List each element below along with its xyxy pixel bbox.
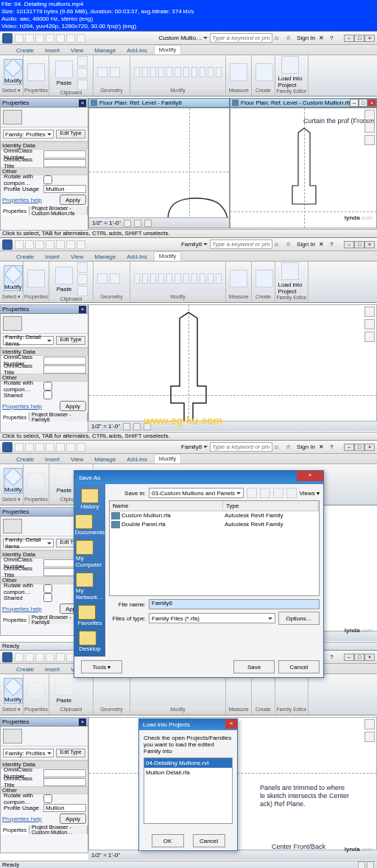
qat-btn[interactable] — [15, 34, 24, 43]
qat-btn[interactable] — [66, 240, 75, 249]
minimize-button[interactable]: – — [344, 444, 354, 451]
geom-cut-button[interactable] — [97, 67, 108, 77]
trim-button[interactable] — [175, 273, 180, 284]
edit-type-button[interactable]: Edit Type — [56, 130, 85, 139]
bottom-tab-properties[interactable]: Properties — [1, 206, 29, 215]
apply-button[interactable]: Apply — [60, 813, 86, 824]
copy-button[interactable] — [77, 68, 88, 78]
offset-button[interactable] — [150, 273, 156, 284]
move-button[interactable] — [142, 67, 148, 77]
navwheel-icon[interactable] — [364, 307, 375, 317]
tab-addins[interactable]: Add-Ins — [122, 253, 152, 261]
infocenter-icon[interactable]: ⌂ — [275, 241, 282, 248]
tab-addins[interactable]: Add-Ins — [122, 455, 152, 463]
sign-in-link[interactable]: Sign In — [297, 35, 315, 41]
status-widget[interactable] — [358, 861, 365, 868]
view-maximize-button[interactable]: □ — [359, 99, 367, 107]
help-icon[interactable]: ? — [330, 241, 337, 248]
folder-icon[interactable] — [81, 489, 99, 503]
canvas-main[interactable] — [88, 304, 377, 422]
filetype-dropdown[interactable]: Family Files (*.rfa) — [149, 613, 275, 623]
maximize-button[interactable]: □ — [354, 444, 364, 451]
pan-icon[interactable] — [364, 332, 375, 342]
qat-btn[interactable] — [35, 34, 44, 43]
tab-manage[interactable]: Manage — [90, 455, 120, 463]
tools-button[interactable]: Tools ▾ — [81, 660, 122, 673]
create-button[interactable] — [256, 63, 273, 81]
match-button[interactable] — [77, 286, 88, 296]
edit-type-button[interactable]: Edit Type — [56, 749, 85, 757]
shared-checkbox[interactable] — [43, 593, 52, 602]
properties-help-link[interactable]: Properties help — [2, 403, 42, 410]
geom-cut-button[interactable] — [97, 273, 108, 284]
qat-btn[interactable] — [77, 240, 85, 249]
qat-btn[interactable] — [46, 653, 54, 662]
mirror-button[interactable] — [158, 273, 164, 284]
options-button[interactable]: Options… — [278, 612, 320, 625]
savein-dropdown[interactable]: 03-Custom Mullions and Panels — [149, 488, 244, 498]
tab-manage[interactable]: Manage — [90, 46, 120, 55]
qat-btn[interactable] — [25, 34, 34, 43]
rotate-with-checkbox[interactable] — [43, 175, 52, 184]
search-input[interactable] — [210, 442, 272, 452]
omniclass-number-field[interactable] — [43, 769, 86, 777]
search-input[interactable] — [210, 239, 272, 249]
navwheel-icon[interactable] — [364, 110, 375, 120]
paste-button[interactable]: Paste — [53, 678, 75, 704]
pin-button[interactable] — [208, 67, 214, 77]
rotate-button[interactable] — [166, 273, 172, 284]
tab-view[interactable]: View — [66, 253, 88, 261]
pan-icon[interactable] — [364, 135, 375, 145]
star-icon[interactable]: ☆ — [286, 35, 293, 42]
type-selector[interactable]: Family: Profiles — [3, 130, 54, 139]
rotate-button[interactable] — [166, 67, 172, 77]
properties-help-link[interactable]: Properties help — [2, 606, 42, 612]
qat-btn[interactable] — [56, 240, 65, 249]
zoom-icon[interactable] — [364, 319, 375, 329]
maximize-button[interactable]: □ — [354, 241, 364, 248]
delete-button[interactable] — [273, 488, 283, 498]
modify-button[interactable]: Modify — [4, 678, 23, 704]
list-item[interactable]: Mullion Detail.rfa — [144, 768, 232, 777]
minimize-button[interactable]: – — [344, 241, 354, 248]
rotate-with-checkbox[interactable] — [43, 794, 52, 803]
qat-btn[interactable] — [35, 240, 44, 249]
folder-icon[interactable] — [76, 573, 94, 587]
qat-btn[interactable] — [35, 653, 44, 662]
tab-view[interactable]: View — [66, 455, 88, 463]
qat-btn[interactable] — [46, 443, 54, 452]
omniclass-number-field[interactable] — [43, 150, 86, 158]
infocenter-icon[interactable]: ⌂ — [275, 444, 282, 451]
help-icon[interactable]: ? — [330, 35, 337, 42]
array-button[interactable] — [191, 273, 197, 284]
tab-create[interactable]: Create — [12, 253, 38, 261]
list-item[interactable]: 04-Detailing Mullions.rvt — [144, 758, 232, 768]
app-menu-icon[interactable] — [2, 239, 13, 250]
load-into-project-button[interactable]: Load into Project — [279, 262, 301, 295]
rotate-with-checkbox[interactable] — [43, 382, 52, 391]
pin-button[interactable] — [208, 273, 214, 284]
apply-button[interactable]: Apply — [60, 195, 86, 205]
exchange-icon[interactable]: ✕ — [319, 35, 326, 42]
qat-btn[interactable] — [56, 653, 65, 662]
tab-insert[interactable]: Insert — [40, 46, 64, 55]
tab-view[interactable]: View — [66, 46, 88, 55]
close-button[interactable]: × — [364, 35, 375, 42]
sign-in-link[interactable]: Sign In — [297, 444, 315, 450]
file-row[interactable]: Double Panel.rfaAutodesk Revit Family — [110, 520, 319, 529]
app-menu-icon[interactable] — [2, 33, 13, 43]
paste-button[interactable]: Paste — [53, 60, 75, 86]
dialog-close-button[interactable]: × — [225, 719, 237, 729]
cut-button[interactable] — [77, 262, 88, 273]
help-icon[interactable]: ? — [330, 654, 337, 661]
qat-btn[interactable] — [15, 443, 24, 452]
panel-close-icon[interactable]: × — [79, 718, 86, 726]
newfolder-button[interactable] — [286, 488, 297, 498]
view-scale-button[interactable] — [124, 220, 131, 227]
folder-icon[interactable] — [79, 631, 96, 645]
load-into-project-button[interactable]: Load into Project — [279, 56, 301, 88]
scale-button[interactable] — [200, 273, 205, 284]
qat-btn[interactable] — [66, 34, 75, 43]
trim-button[interactable] — [175, 67, 180, 77]
detail-level-button[interactable] — [133, 423, 141, 430]
